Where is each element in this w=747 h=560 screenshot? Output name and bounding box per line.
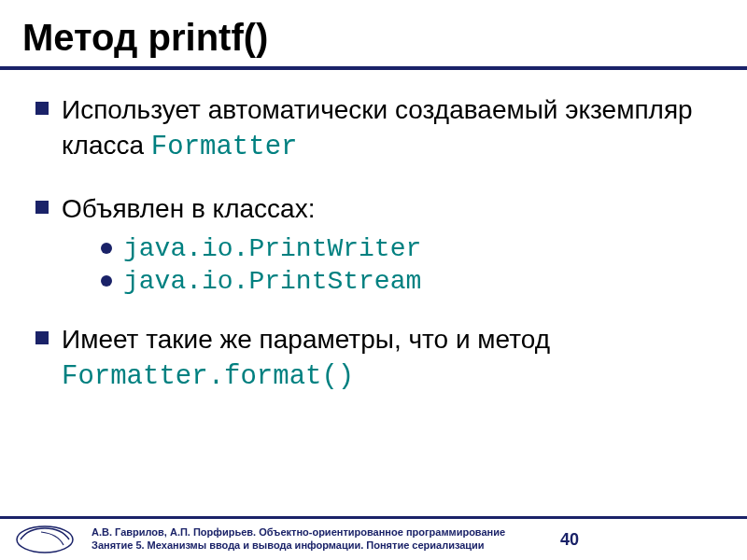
slide-content: Использует автоматически создаваемый экз… [0, 70, 747, 395]
square-bullet-icon [35, 331, 49, 344]
bullet-3-prefix: Имеет такие же параметры, что и метод [62, 325, 550, 354]
sub-text-2: java.io.PrintStream [123, 267, 421, 296]
square-bullet-icon [35, 102, 49, 115]
square-bullet-icon [35, 201, 49, 214]
bullet-text-3: Имеет такие же параметры, что и метод Fo… [62, 322, 725, 395]
bullet-text-1: Использует автоматически создаваемый экз… [62, 92, 725, 165]
page-number: 40 [560, 530, 579, 550]
ellipse-logo-icon [15, 525, 75, 554]
bullet-item-3: Имеет такие же параметры, что и метод Fo… [35, 322, 725, 395]
bullet-3-code: Formatter.format() [62, 361, 354, 392]
slide-footer: А.В. Гаврилов, А.П. Порфирьев. Объектно-… [0, 516, 747, 560]
footer-line1: А.В. Гаврилов, А.П. Порфирьев. Объектно-… [92, 526, 560, 539]
bullet-item-2: Объявлен в классах: [35, 191, 725, 227]
bullet-1-code: Formatter [151, 132, 298, 162]
svg-point-0 [17, 526, 73, 553]
circle-bullet-icon [101, 243, 112, 254]
sub-item-1: java.io.PrintWriter [101, 234, 725, 263]
sub-bullet-list: java.io.PrintWriter java.io.PrintStream [101, 234, 725, 296]
slide-title: Метод printf() [0, 0, 747, 66]
footer-text: А.В. Гаврилов, А.П. Порфирьев. Объектно-… [92, 526, 560, 553]
sub-text-1: java.io.PrintWriter [123, 234, 421, 263]
footer-line2: Занятие 5. Механизмы ввода и вывода инфо… [92, 539, 560, 553]
sub-item-2: java.io.PrintStream [101, 267, 725, 296]
bullet-text-2: Объявлен в классах: [62, 191, 315, 227]
circle-bullet-icon [101, 275, 112, 287]
logo [15, 525, 75, 554]
bullet-item-1: Использует автоматически создаваемый экз… [35, 92, 725, 165]
